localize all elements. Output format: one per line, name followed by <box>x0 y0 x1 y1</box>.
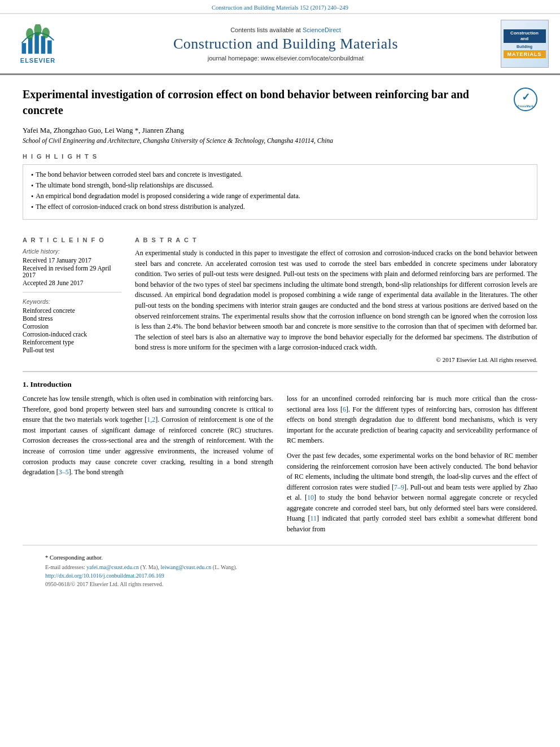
keyword-2: Bond stress <box>23 315 121 322</box>
intro-heading: 1. Introduction <box>23 380 537 389</box>
keyword-5: Reinforcement type <box>23 339 121 346</box>
highlight-text-4: The effect of corrosion-induced crack on… <box>36 203 245 211</box>
svg-point-7 <box>42 27 50 38</box>
keyword-3: Corrosion <box>23 323 121 330</box>
bullet-4: • <box>31 203 33 212</box>
email-label: E-mail addresses: <box>45 564 85 570</box>
crossmark-label: CrossMark <box>518 104 534 108</box>
svg-rect-1 <box>28 37 33 53</box>
author2-label: (L. Wang). <box>213 564 237 570</box>
doi-link[interactable]: http://dx.doi.org/10.1016/j.conbuildmat.… <box>45 573 164 579</box>
journal-header: ELSEVIER Contents lists available at Sci… <box>0 14 560 75</box>
journal-badge: Construction and Building MATERIALS <box>501 20 549 68</box>
ref-10[interactable]: 10 <box>307 493 314 501</box>
body-divider <box>23 371 537 372</box>
svg-point-5 <box>26 28 33 40</box>
abstract-col: A B S T R A C T An experimental study is… <box>135 229 537 363</box>
email-link-2[interactable]: leiwang@csust.edu.cn <box>161 564 212 570</box>
keyword-4: Corrosion-induced crack <box>23 331 121 338</box>
highlight-item-3: • An empirical bond degradation model is… <box>31 192 529 201</box>
info-divider <box>23 292 121 292</box>
accepted-date: Accepted 28 June 2017 <box>23 279 121 286</box>
author1-label: (Y. Ma), <box>141 564 159 570</box>
ref-3-5[interactable]: 3–5 <box>59 468 69 476</box>
highlight-item-1: • The bond behavior between corroded ste… <box>31 171 529 180</box>
body-col-left: Concrete has low tensile strength, which… <box>23 394 273 539</box>
highlight-text-3: An empirical bond degradation model is p… <box>36 192 300 200</box>
footer-issn-line: 0950-0618/© 2017 Elsevier Ltd. All right… <box>45 580 515 588</box>
ref-1-2[interactable]: 1,2 <box>147 416 155 423</box>
ref-7-9[interactable]: 7–9 <box>394 483 404 491</box>
bullet-2: • <box>31 182 33 190</box>
bullet-1: • <box>31 171 33 180</box>
elsevier-wordmark: ELSEVIER <box>20 57 55 64</box>
page-footer: * Corresponding author. E-mail addresses… <box>23 545 537 593</box>
elsevier-logo-area: ELSEVIER <box>10 20 72 68</box>
info-abstract-area: A R T I C L E I N F O Article history: R… <box>23 229 537 363</box>
badge-title-top: Construction and <box>504 29 546 43</box>
journal-title: Construction and Building Materials <box>173 36 398 53</box>
crossmark-badge: ✓ CrossMark <box>514 88 537 111</box>
svg-rect-3 <box>41 36 46 53</box>
ref-6[interactable]: 6 <box>343 405 346 413</box>
corresponding-note: * Corresponding author. <box>45 554 515 561</box>
intro-para-2: loss for an unconfined corroded reinforc… <box>287 394 537 446</box>
journal-reference: Construction and Building Materials 152 … <box>212 5 348 11</box>
footer-email-line: E-mail addresses: yafei.ma@csust.edu.cn … <box>45 563 515 571</box>
elsevier-logo: ELSEVIER <box>18 24 58 64</box>
header-right: Construction and Building MATERIALS <box>499 20 550 68</box>
email-link-1[interactable]: yafei.ma@csust.edu.cn <box>86 564 139 570</box>
highlights-label: H I G H L I G H T S <box>23 153 537 160</box>
bullet-3: • <box>31 193 33 201</box>
article-history: Article history: Received 17 January 201… <box>23 248 121 286</box>
authors-line: Yafei Ma, Zhongzhao Guo, Lei Wang *, Jia… <box>23 126 537 135</box>
corresponding-label: * Corresponding author. <box>45 554 103 561</box>
keyword-6: Pull-out test <box>23 347 121 353</box>
header-center: Contents lists available at ScienceDirec… <box>72 20 499 68</box>
svg-rect-4 <box>47 40 52 54</box>
highlight-text-1: The bond behavior between corroded steel… <box>36 171 242 179</box>
abstract-label: A B S T R A C T <box>135 237 537 243</box>
science-direct-link[interactable]: ScienceDirect <box>303 27 341 33</box>
intro-para-3: Over the past few decades, some experime… <box>287 451 537 535</box>
top-bar: Construction and Building Materials 152 … <box>0 0 560 14</box>
body-col-right: loss for an unconfined corroded reinforc… <box>287 394 537 539</box>
article-info-col: A R T I C L E I N F O Article history: R… <box>23 229 121 363</box>
highlights-box: • The bond behavior between corroded ste… <box>23 164 537 220</box>
body-two-col: Concrete has low tensile strength, which… <box>23 394 537 539</box>
revised-date: Received in revised form 29 April 2017 <box>23 265 121 278</box>
crossmark-circle: ✓ CrossMark <box>514 88 537 111</box>
article-info-label: A R T I C L E I N F O <box>23 237 121 243</box>
content-area: Experimental investigation of corrosion … <box>0 75 560 604</box>
abstract-text: An experimental study is conducted in th… <box>135 248 537 353</box>
highlight-item-2: • The ultimate bond strength, bond-slip … <box>31 181 529 190</box>
section-number: 1. <box>23 380 28 388</box>
badge-title-mid: Building <box>516 43 533 50</box>
journal-homepage: journal homepage: www.elsevier.com/locat… <box>208 55 364 62</box>
keywords-section: Keywords: Reinforced concrete Bond stres… <box>23 298 121 353</box>
copyright-line: © 2017 Elsevier Ltd. All rights reserved… <box>135 356 537 363</box>
received-date: Received 17 January 2017 <box>23 257 121 264</box>
svg-rect-0 <box>22 43 27 54</box>
authors-text: Yafei Ma, Zhongzhao Guo, Lei Wang *, Jia… <box>23 126 184 134</box>
footer-doi-line: http://dx.doi.org/10.1016/j.conbuildmat.… <box>45 571 515 580</box>
page: Construction and Building Materials 152 … <box>0 0 560 747</box>
ref-11[interactable]: 11 <box>310 514 317 522</box>
keyword-1: Reinforced concrete <box>23 307 121 314</box>
elsevier-tree-icon <box>18 24 58 55</box>
article-title-area: Experimental investigation of corrosion … <box>23 86 537 118</box>
history-label: Article history: <box>23 248 121 255</box>
highlight-item-4: • The effect of corrosion-induced crack … <box>31 203 529 212</box>
crossmark-icon: ✓ <box>522 90 530 104</box>
keywords-label: Keywords: <box>23 298 121 305</box>
article-title-text: Experimental investigation of corrosion … <box>23 86 508 118</box>
highlight-text-2: The ultimate bond strength, bond-slip re… <box>36 181 213 190</box>
affiliation: School of Civil Engineering and Architec… <box>23 137 537 144</box>
science-direct-line: Contents lists available at ScienceDirec… <box>230 27 341 33</box>
intro-para-1: Concrete has low tensile strength, which… <box>23 394 273 478</box>
section-title-text: Introduction <box>30 380 72 388</box>
badge-title-bottom: MATERIALS <box>504 50 546 58</box>
